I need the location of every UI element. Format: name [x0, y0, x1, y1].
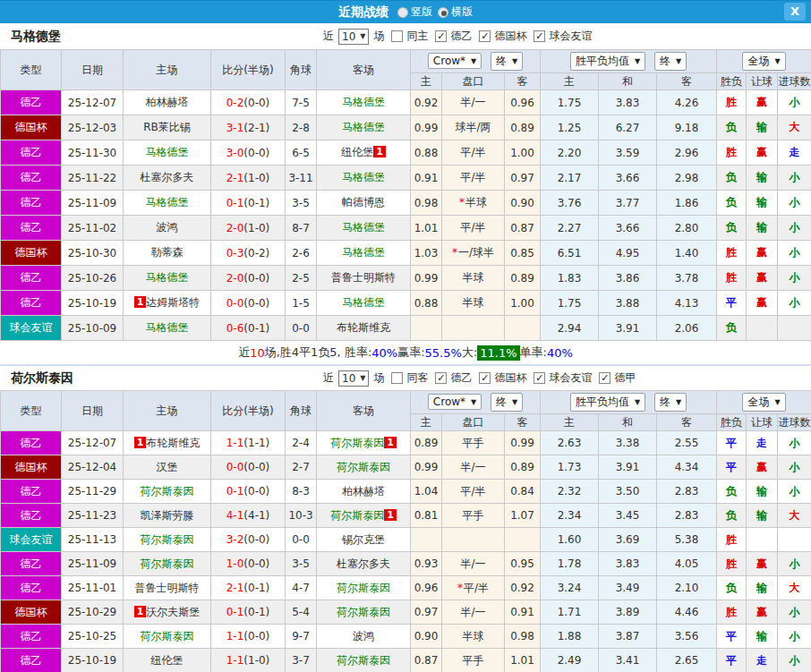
away-team-cell: 荷尔斯泰因 — [317, 649, 411, 672]
col-date: 日期 — [62, 391, 124, 431]
score-cell: 1-1(0-0) — [211, 625, 286, 649]
avg-time-select[interactable]: 终▼ — [654, 52, 687, 71]
result-goals-cell: 小 — [778, 455, 811, 480]
type-cell: 德乙 — [1, 480, 62, 504]
filter-checkbox[interactable]: ✓ — [479, 30, 491, 42]
fulltime-score: 1-0 — [226, 557, 244, 570]
fulltime-score: 0-2 — [226, 97, 244, 109]
avg-time-select[interactable]: 终▼ — [654, 393, 687, 412]
view-radio-1[interactable] — [438, 7, 448, 18]
avg-home-cell: 1.60 — [541, 528, 599, 552]
result-goals-cell — [778, 528, 811, 552]
avg-away-cell: 4.13 — [657, 291, 717, 316]
close-button[interactable]: X — [784, 3, 806, 21]
home-team-cell: 1达姆斯塔特 — [124, 291, 211, 316]
col-avg-home: 主 — [541, 73, 599, 90]
avg-away-cell: 4.26 — [657, 90, 717, 115]
fullmatch-select[interactable]: 全场▼ — [742, 52, 785, 71]
date-cell: 25-10-30 — [62, 241, 124, 266]
result-handicap-cell: 输 — [747, 504, 778, 528]
type-cell: 德乙 — [1, 140, 62, 166]
type-cell: 德国杯 — [1, 455, 62, 480]
avg-home-cell: 1.73 — [541, 455, 599, 480]
avg-home-cell: 2.63 — [541, 431, 599, 455]
halftime-score: (1-0) — [243, 654, 269, 667]
match-row: 德乙25-11-01普鲁士明斯特2-1(0-1)4-7荷尔斯泰因0.96*平/半… — [1, 576, 811, 600]
team-label: 杜塞尔多夫 — [141, 171, 194, 183]
fulltime-score: 1-1 — [226, 630, 244, 642]
avg-source-select[interactable]: 胜平负均值▼ — [570, 52, 645, 71]
result-handicap-cell — [747, 528, 778, 552]
match-row: 德国杯25-12-04汉堡0-0(0-0)2-7荷尔斯泰因0.99半/一0.89… — [1, 455, 811, 480]
team-label: 汉堡 — [157, 461, 178, 473]
result-handicap-cell: 输 — [747, 166, 778, 191]
match-row: 德乙25-10-191达姆斯塔特0-0(0-0)1-5马格德堡0.88半球1.0… — [1, 291, 811, 316]
home-team-cell: 马格德堡 — [124, 191, 211, 216]
filter-checkbox[interactable]: ✓ — [534, 30, 545, 42]
match-count-select[interactable]: 10▼ — [338, 370, 369, 387]
halftime-score: (0-1) — [243, 606, 269, 618]
match-count-select[interactable]: 10▼ — [338, 29, 369, 45]
home-team-cell: 勒蒂森 — [124, 241, 211, 266]
col-avg-away: 客 — [657, 414, 717, 431]
odds-home-cell: 0.81 — [411, 504, 442, 528]
result-wl-cell: 胜 — [717, 90, 747, 115]
halftime-score: (0-0) — [243, 461, 269, 473]
filter-checkbox[interactable]: ✓ — [599, 372, 610, 384]
fullmatch-select[interactable]: 全场▼ — [742, 393, 785, 412]
filter-checkbox[interactable]: ✓ — [479, 372, 491, 384]
corners-cell: 6-5 — [286, 140, 317, 166]
odds-line-cell: 平手 — [442, 649, 505, 672]
avg-away-cell: 2.83 — [657, 480, 717, 504]
odds-source-select[interactable]: Crow*▼ — [428, 394, 482, 410]
score-cell: 0-6(0-1) — [211, 316, 286, 341]
filter-checkbox[interactable] — [391, 372, 403, 384]
halftime-score: (0-0) — [243, 272, 269, 285]
score-cell: 0-0(0-0) — [211, 455, 286, 480]
fulltime-score: 2-1 — [226, 582, 244, 594]
odds-away-cell: 0.95 — [505, 552, 541, 576]
odds-line-cell: *平/半 — [442, 576, 505, 600]
team-label: 波鸿 — [353, 630, 374, 642]
home-team-cell: 荷尔斯泰因 — [124, 552, 211, 576]
fulltime-score: 2-0 — [226, 272, 244, 285]
score-cell: 4-1(4-1) — [211, 504, 286, 528]
odds-line-cell: 半球 — [442, 291, 505, 316]
team-label: 达姆斯塔特 — [146, 296, 200, 309]
date-cell: 25-10-26 — [62, 266, 124, 291]
odds-source-select[interactable]: Crow*▼ — [428, 53, 482, 69]
result-wl-cell: 胜 — [717, 600, 747, 625]
corners-cell: 3-5 — [286, 191, 317, 216]
halftime-score: (0-1) — [243, 322, 269, 335]
odds-time-select[interactable]: 终▼ — [491, 393, 523, 412]
result-goals-cell: 小 — [778, 166, 811, 191]
odds-time-select[interactable]: 终▼ — [491, 52, 523, 71]
team-label: 沃尔夫斯堡 — [146, 606, 200, 618]
odds-away-cell — [505, 528, 541, 552]
avg-away-cell: 2.80 — [657, 216, 717, 241]
filter-checkbox[interactable]: ✓ — [435, 30, 447, 42]
odds-away-cell: 1.01 — [505, 649, 541, 672]
team-label: 马格德堡 — [146, 196, 189, 208]
result-handicap-cell: 走 — [747, 649, 778, 672]
col-result-goals: 进球数 — [778, 414, 811, 431]
date-cell: 25-12-03 — [62, 115, 124, 140]
view-radio-0[interactable] — [397, 7, 408, 18]
same-side-label: 同客 — [406, 370, 428, 386]
filters-team2: 近10▼场同客✓德乙✓德国杯✓球会友谊✓德甲 — [320, 370, 638, 387]
avg-draw-cell: 3.83 — [599, 552, 657, 576]
score-cell: 0-1(0-0) — [211, 480, 286, 504]
away-team-cell: 荷尔斯泰因 — [317, 576, 411, 600]
filter-checkbox[interactable] — [391, 30, 403, 42]
halftime-score: (0-1) — [243, 197, 269, 209]
team-label: 马格德堡 — [342, 171, 385, 183]
filter-checkbox[interactable]: ✓ — [435, 372, 447, 384]
chevron-down-icon: ▼ — [360, 32, 365, 40]
odds-home-cell: 0.87 — [411, 649, 442, 672]
odds-home-cell: 0.96 — [411, 576, 442, 600]
filter-checkbox[interactable]: ✓ — [534, 372, 545, 384]
col-avg-home: 主 — [541, 414, 599, 431]
result-goals-cell: 小 — [778, 480, 811, 504]
odds-away-cell — [505, 316, 541, 341]
avg-source-select[interactable]: 胜平负均值▼ — [570, 393, 645, 412]
